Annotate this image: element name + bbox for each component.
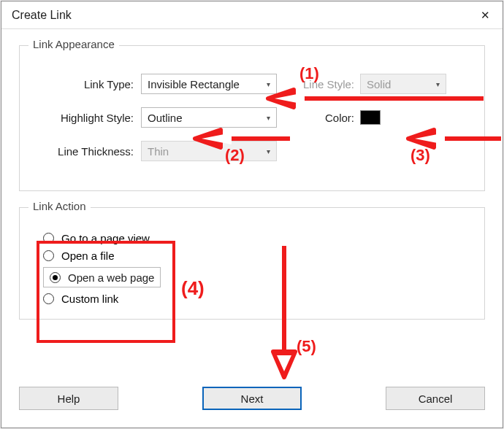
chevron-down-icon: ▾ xyxy=(436,80,440,88)
next-button[interactable]: Next xyxy=(202,387,302,410)
radio-icon xyxy=(43,233,54,244)
line-style-label: Line Style: xyxy=(294,78,360,90)
dialog-body: Link Appearance Link Type: Invisible Rec… xyxy=(1,29,503,349)
group-legend: Link Appearance xyxy=(28,38,119,50)
radio-open-file[interactable]: Open a file xyxy=(43,250,161,262)
row-link-type: Link Type: Invisible Rectangle ▾ Line St… xyxy=(33,74,471,94)
radio-icon xyxy=(50,272,61,283)
row-thickness: Line Thickness: Thin ▾ xyxy=(33,141,471,161)
line-thickness-value: Thin xyxy=(148,145,169,158)
window-title: Create Link xyxy=(12,9,72,22)
chevron-down-icon: ▾ xyxy=(267,80,270,88)
help-button[interactable]: Help xyxy=(19,387,118,410)
radio-label: Custom link xyxy=(61,293,118,305)
color-label: Color: xyxy=(294,112,360,124)
button-label: Next xyxy=(241,393,264,405)
link-type-value: Invisible Rectangle xyxy=(148,78,240,90)
chevron-down-icon: ▾ xyxy=(267,147,270,155)
line-thickness-label: Line Thickness: xyxy=(33,145,141,158)
color-swatch[interactable] xyxy=(360,110,381,125)
radio-icon xyxy=(43,293,54,304)
button-label: Help xyxy=(58,393,80,405)
highlight-style-label: Highlight Style: xyxy=(33,112,141,124)
link-type-select[interactable]: Invisible Rectangle ▾ xyxy=(141,74,277,94)
button-row: Help Next Cancel xyxy=(1,387,503,410)
highlight-style-select[interactable]: Outline ▾ xyxy=(141,107,277,128)
dialog-window: Create Link ✕ Link Appearance Link Type:… xyxy=(1,1,503,428)
close-button[interactable]: ✕ xyxy=(467,1,503,28)
radio-open-web-page[interactable]: Open a web page xyxy=(43,267,161,287)
line-thickness-select: Thin ▾ xyxy=(141,141,277,161)
radio-label: Go to a page view xyxy=(61,232,150,244)
radio-custom-link[interactable]: Custom link xyxy=(43,293,161,305)
cancel-button[interactable]: Cancel xyxy=(386,387,485,410)
group-legend: Link Action xyxy=(28,200,91,212)
radio-label: Open a web page xyxy=(68,271,154,284)
button-label: Cancel xyxy=(419,393,453,405)
title-bar: Create Link ✕ xyxy=(1,1,503,29)
chevron-down-icon: ▾ xyxy=(267,114,270,122)
line-style-value: Solid xyxy=(367,78,391,90)
link-type-label: Link Type: xyxy=(33,78,141,90)
highlight-style-value: Outline xyxy=(148,112,183,124)
radio-page-view[interactable]: Go to a page view xyxy=(43,232,161,244)
link-action-group: Link Action Go to a page view Open a fil… xyxy=(19,207,485,320)
radio-group: Go to a page view Open a file Open a web… xyxy=(33,223,171,314)
row-highlight: Highlight Style: Outline ▾ Color: xyxy=(33,107,471,128)
close-icon: ✕ xyxy=(481,9,490,22)
line-style-select: Solid ▾ xyxy=(360,74,446,94)
radio-label: Open a file xyxy=(61,250,115,262)
radio-icon xyxy=(43,250,54,261)
link-appearance-group: Link Appearance Link Type: Invisible Rec… xyxy=(19,45,485,191)
